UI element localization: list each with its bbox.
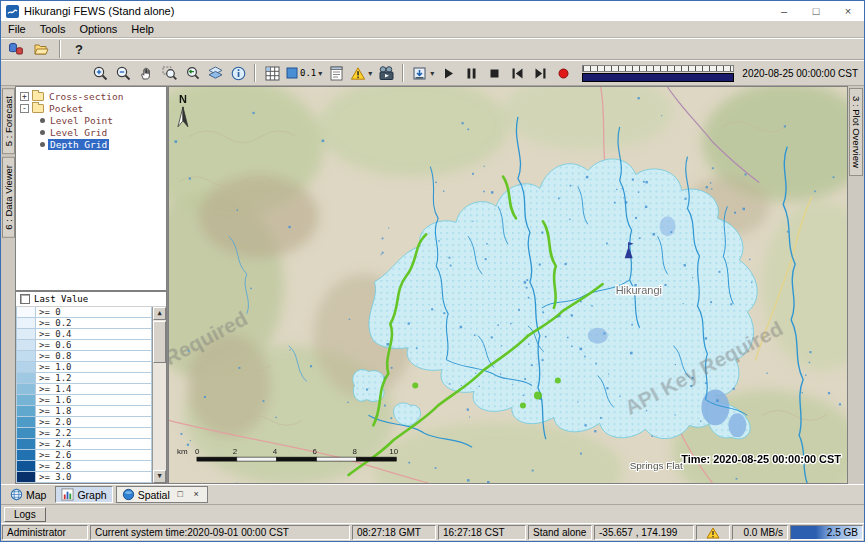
skip-end-icon bbox=[532, 65, 549, 82]
tab-map-label: Map bbox=[26, 489, 46, 501]
legend-scrollbar[interactable]: ▲ ▼ bbox=[152, 307, 166, 483]
contour-scale-value: 0.1 bbox=[300, 68, 316, 78]
legend-entry-label: >= 1.0 bbox=[36, 362, 152, 373]
zoom-previous-button[interactable] bbox=[181, 63, 203, 83]
scale-tick: 0 bbox=[195, 447, 200, 456]
last-value-checkbox[interactable] bbox=[20, 294, 30, 304]
globe-icon bbox=[10, 488, 23, 501]
time-slider[interactable] bbox=[582, 65, 734, 82]
play-button[interactable] bbox=[437, 63, 459, 83]
time-slider-ticks[interactable] bbox=[582, 65, 734, 72]
legend-entry-label: >= 0.2 bbox=[36, 318, 152, 329]
status-warning[interactable] bbox=[696, 525, 730, 540]
timeseries-table-button[interactable] bbox=[325, 63, 347, 83]
export-animation-button[interactable]: ▾ bbox=[409, 63, 436, 83]
layer-tree: + Cross-section - Pocket Level Point Lev… bbox=[15, 86, 167, 291]
leaf-bullet-icon bbox=[40, 142, 45, 147]
legend-entry: >= 1.0 bbox=[16, 362, 152, 373]
pan-button[interactable] bbox=[135, 63, 157, 83]
legend-color-swatch bbox=[16, 373, 36, 384]
menu-help[interactable]: Help bbox=[124, 22, 161, 36]
leaf-bullet-icon bbox=[40, 130, 45, 135]
record-button[interactable] bbox=[552, 63, 574, 83]
scroll-up-icon[interactable]: ▲ bbox=[153, 307, 166, 320]
tree-item-cross-section[interactable]: + Cross-section bbox=[16, 90, 166, 102]
scroll-down-icon[interactable]: ▼ bbox=[153, 470, 166, 483]
app-icon bbox=[6, 5, 19, 18]
chevron-down-icon: ▾ bbox=[318, 69, 322, 78]
help-button[interactable]: ? bbox=[68, 39, 90, 59]
tree-item-label: Level Grid bbox=[48, 127, 109, 138]
tab-graph[interactable]: Graph bbox=[55, 486, 112, 503]
stop-button[interactable] bbox=[483, 63, 505, 83]
tab-forecast[interactable]: 5 : Forecast bbox=[2, 88, 15, 154]
menu-file[interactable]: File bbox=[1, 22, 33, 36]
last-value-label: Last Value bbox=[34, 294, 88, 304]
legend-color-swatch bbox=[16, 307, 36, 318]
menu-options[interactable]: Options bbox=[72, 22, 124, 36]
main-area: 5 : Forecast 6 : Data Viewer + Cross-sec… bbox=[1, 86, 864, 484]
maximize-button[interactable]: □ bbox=[800, 1, 832, 21]
restore-panel-icon[interactable]: □ bbox=[175, 489, 186, 500]
tree-item-pocket[interactable]: - Pocket bbox=[16, 102, 166, 114]
window-title: Hikurangi FEWS (Stand alone) bbox=[24, 5, 768, 17]
grid-toggle-button[interactable] bbox=[261, 63, 283, 83]
expand-icon[interactable]: + bbox=[20, 92, 29, 101]
legend-entry: >= 1.2 bbox=[16, 373, 152, 384]
toolbar-separator bbox=[402, 64, 404, 82]
skip-to-start-button[interactable] bbox=[506, 63, 528, 83]
tree-item-level-grid[interactable]: Level Grid bbox=[16, 126, 166, 138]
close-panel-icon[interactable]: × bbox=[191, 489, 202, 500]
legend-entry: >= 2.6 bbox=[16, 450, 152, 461]
chevron-down-icon: ▾ bbox=[368, 69, 372, 78]
close-button[interactable]: × bbox=[832, 1, 864, 21]
tab-map[interactable]: Map bbox=[4, 486, 52, 503]
movie-icon bbox=[378, 65, 395, 82]
scale-tick: 4 bbox=[273, 447, 278, 456]
chart-icon bbox=[61, 488, 74, 501]
scale-tick: 10 bbox=[389, 447, 398, 456]
tab-graph-label: Graph bbox=[77, 489, 106, 501]
tree-item-depth-grid[interactable]: Depth Grid bbox=[16, 138, 166, 150]
map-time-label: Time: 2020-08-25 00:00:00 CST bbox=[681, 453, 841, 465]
legend-entry-label: >= 1.8 bbox=[36, 406, 152, 417]
time-slider-range-bar[interactable] bbox=[582, 73, 734, 82]
legend-entry-label: >= 0 bbox=[36, 307, 152, 318]
menu-tools[interactable]: Tools bbox=[33, 22, 73, 36]
tab-spatial[interactable]: Spatial □ × bbox=[116, 486, 208, 503]
town-label: Hikurangi bbox=[616, 284, 662, 296]
tree-item-level-point[interactable]: Level Point bbox=[16, 114, 166, 126]
zoom-previous-icon bbox=[184, 65, 201, 82]
movie-button[interactable] bbox=[375, 63, 397, 83]
tab-plot-overview[interactable]: 3 : Plot Overview bbox=[849, 88, 863, 176]
skip-to-end-button[interactable] bbox=[529, 63, 551, 83]
layer-panel: + Cross-section - Pocket Level Point Lev… bbox=[15, 86, 168, 484]
export-icon bbox=[411, 65, 428, 82]
folder-icon bbox=[32, 92, 44, 101]
open-file-button[interactable] bbox=[30, 39, 52, 59]
chevron-down-icon: ▾ bbox=[430, 69, 434, 78]
map-canvas: Hikurangi Springs Flat API Key Required … bbox=[169, 87, 847, 483]
logs-button[interactable]: Logs bbox=[4, 507, 46, 522]
zoom-out-button[interactable] bbox=[112, 63, 134, 83]
scrollbar-thumb[interactable] bbox=[153, 321, 166, 363]
zoom-in-button[interactable] bbox=[89, 63, 111, 83]
tab-data-viewer[interactable]: 6 : Data Viewer bbox=[2, 157, 15, 238]
pause-button[interactable] bbox=[460, 63, 482, 83]
minimize-button[interactable]: – bbox=[768, 1, 800, 21]
legend-entry: >= 3.0 bbox=[16, 472, 152, 483]
thresholds-dropdown[interactable]: ▾ bbox=[348, 63, 374, 83]
zoom-region-button[interactable] bbox=[158, 63, 180, 83]
info-button[interactable] bbox=[227, 63, 249, 83]
leaf-bullet-icon bbox=[40, 118, 45, 123]
contour-scale-dropdown[interactable]: 0.1 ▾ bbox=[284, 63, 324, 83]
map-view[interactable]: Hikurangi Springs Flat API Key Required … bbox=[168, 86, 848, 484]
zoom-out-icon bbox=[115, 65, 132, 82]
legend-color-swatch bbox=[16, 318, 36, 329]
tree-item-label-selected: Depth Grid bbox=[48, 139, 109, 150]
collapse-icon[interactable]: - bbox=[20, 104, 29, 113]
layers-button[interactable] bbox=[204, 63, 226, 83]
spatial-toolbar: 0.1 ▾ ▾ ▾ bbox=[1, 60, 864, 86]
open-database-button[interactable] bbox=[5, 39, 27, 59]
status-user: Administrator bbox=[2, 525, 88, 540]
